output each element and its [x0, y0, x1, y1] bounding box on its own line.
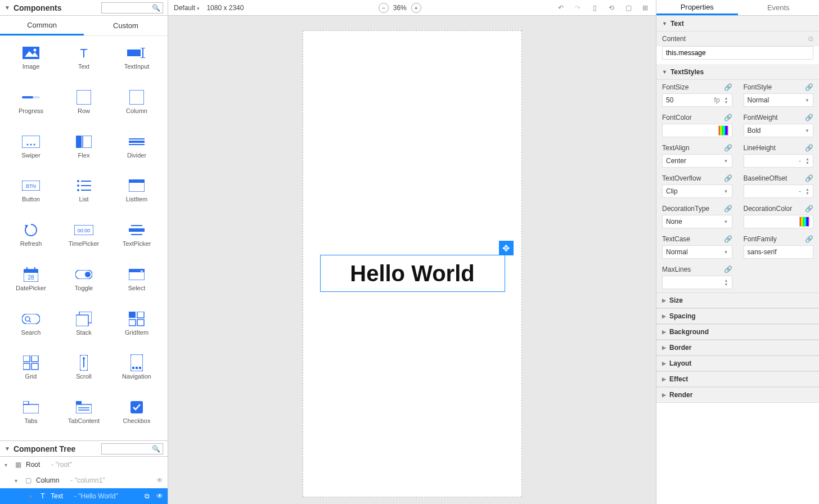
link-icon[interactable]: 🔗 — [805, 235, 813, 243]
device-icon[interactable]: ▯ — [590, 4, 600, 12]
component-datepicker[interactable]: 28DatePicker — [4, 268, 57, 298]
section-text[interactable]: ▼ Text — [656, 16, 819, 32]
link-icon[interactable]: 🔗 — [724, 266, 732, 273]
caret-icon[interactable]: ▾ — [4, 462, 10, 468]
link-icon[interactable]: 🔗 — [805, 83, 813, 91]
section-size[interactable]: ▶Size — [656, 292, 819, 308]
content-input[interactable] — [662, 46, 813, 60]
maxlines-input[interactable]: ▲▼ — [662, 276, 732, 289]
component-textinput[interactable]: TextInput — [110, 46, 163, 76]
component-griditem[interactable]: GridItem — [110, 312, 163, 342]
component-timepicker[interactable]: 00:00TimePicker — [57, 223, 110, 253]
component-refresh[interactable]: Refresh — [4, 223, 57, 253]
component-search[interactable]: Search — [4, 312, 57, 342]
fontsize-input[interactable]: 50fp▲▼ — [662, 93, 732, 107]
component-flex[interactable]: Flex — [57, 135, 110, 165]
textoverflow-select[interactable]: Clip▼ — [662, 184, 732, 198]
component-grid[interactable]: Grid — [4, 356, 57, 386]
component-tabcontent[interactable]: TabContent — [57, 400, 110, 430]
link-icon[interactable]: 🔗 — [724, 83, 732, 91]
component-swiper[interactable]: Swiper — [4, 135, 57, 165]
link-icon[interactable]: 🔗 — [805, 174, 813, 182]
link-icon[interactable]: 🔗 — [805, 205, 813, 213]
eye-icon[interactable]: 👁 — [156, 476, 163, 484]
caret-icon[interactable]: ▼ — [4, 4, 10, 11]
copy-icon[interactable]: ⧉ — [808, 35, 813, 43]
caret-icon[interactable]: ▼ — [4, 446, 10, 452]
component-textpicker[interactable]: TextPicker — [110, 223, 163, 253]
caret-icon[interactable]: ▾ — [15, 478, 20, 484]
section-border[interactable]: ▶Border — [656, 340, 819, 356]
fontweight-select[interactable]: Bold▼ — [744, 124, 814, 137]
color-swatch[interactable] — [718, 125, 728, 136]
tab-properties[interactable]: Properties — [656, 0, 738, 15]
section-effect[interactable]: ▶Effect — [656, 371, 819, 387]
component-navigation[interactable]: Navigation — [110, 356, 163, 386]
component-image[interactable]: Image — [4, 46, 57, 76]
color-swatch[interactable] — [799, 217, 809, 227]
link-icon[interactable]: 🔗 — [724, 114, 732, 122]
component-text[interactable]: TText — [57, 46, 110, 76]
tab-custom[interactable]: Custom — [84, 16, 168, 35]
rotate-icon[interactable]: ⟲ — [606, 4, 616, 12]
eye-icon[interactable]: 👁 — [156, 492, 163, 500]
component-divider[interactable]: Divider — [110, 135, 163, 165]
fontfamily-input[interactable]: sans-serif — [744, 245, 814, 259]
link-icon[interactable]: 🔗 — [724, 144, 732, 152]
lineheight-input[interactable]: -▲▼ — [744, 154, 814, 168]
baselineoffset-input[interactable]: -▲▼ — [744, 184, 814, 198]
frame-icon[interactable]: ▢ — [623, 4, 633, 12]
component-scroll[interactable]: Scroll — [57, 356, 110, 386]
tree-search[interactable]: 🔍 — [101, 443, 163, 454]
component-select[interactable]: Select — [110, 268, 163, 298]
fontstyle-select[interactable]: Normal▼ — [744, 93, 814, 107]
link-icon[interactable]: 🔗 — [724, 205, 732, 213]
fontcolor-picker[interactable] — [662, 124, 732, 137]
canvas-area[interactable]: Hello World ✥ — [168, 16, 656, 504]
link-icon[interactable]: 🔗 — [724, 174, 732, 182]
component-button[interactable]: BTNButton — [4, 179, 57, 209]
tree-row-root[interactable]: ▾▦Root- "root" — [0, 457, 168, 472]
decorationcolor-picker[interactable] — [744, 215, 814, 228]
zoom-in-button[interactable]: + — [411, 3, 421, 13]
component-stack[interactable]: Stack — [57, 312, 110, 342]
tree-row-column[interactable]: ▾▢Column- "column1"👁 — [0, 472, 168, 488]
zoom-out-button[interactable]: − — [379, 3, 389, 13]
tree-row-text[interactable]: ▾TText- "Hello World"⧉👁 — [0, 488, 168, 504]
section-spacing[interactable]: ▶Spacing — [656, 308, 819, 324]
component-tabs[interactable]: Tabs — [4, 400, 57, 430]
undo-icon[interactable]: ↶ — [556, 4, 566, 12]
components-search[interactable]: 🔍 — [101, 2, 163, 14]
section-layout[interactable]: ▶Layout — [656, 356, 819, 371]
grid-icon[interactable]: ⊞ — [640, 4, 650, 12]
duplicate-icon[interactable]: ⧉ — [145, 492, 150, 500]
move-handle-icon[interactable]: ✥ — [499, 241, 514, 255]
textalign-select[interactable]: Center▼ — [662, 154, 732, 168]
mode-selector[interactable]: Default ▾ — [174, 4, 200, 12]
component-progress[interactable]: Progress — [4, 91, 57, 120]
textcase-select[interactable]: Normal▼ — [662, 245, 732, 259]
swiper-icon — [21, 135, 40, 148]
section-background[interactable]: ▶Background — [656, 324, 819, 340]
component-checkbox[interactable]: Checkbox — [110, 400, 163, 430]
tree-title: Component Tree — [14, 444, 101, 453]
svg-rect-58 — [23, 363, 30, 370]
link-icon[interactable]: 🔗 — [805, 114, 813, 122]
section-textstyles[interactable]: ▼ TextStyles — [656, 64, 819, 80]
link-icon[interactable]: 🔗 — [724, 235, 732, 243]
tab-events[interactable]: Events — [738, 0, 820, 15]
tab-common[interactable]: Common — [0, 16, 84, 35]
component-row[interactable]: Row — [57, 91, 110, 120]
decorationtype-select[interactable]: None▼ — [662, 215, 732, 228]
component-list[interactable]: List — [57, 179, 110, 209]
component-toggle[interactable]: Toggle — [57, 268, 110, 298]
link-icon[interactable]: 🔗 — [805, 144, 813, 152]
section-render[interactable]: ▶Render — [656, 387, 819, 403]
artboard[interactable]: Hello World ✥ — [303, 30, 522, 497]
component-column[interactable]: Column — [110, 91, 163, 120]
fontfamily-cell: FontFamily🔗 sans-serif — [738, 232, 820, 262]
selected-text-element[interactable]: Hello World ✥ — [320, 255, 505, 292]
redo-icon[interactable]: ↷ — [573, 4, 583, 12]
component-listitem[interactable]: ListItem — [110, 179, 163, 209]
caret-icon[interactable]: ▾ — [29, 493, 35, 500]
